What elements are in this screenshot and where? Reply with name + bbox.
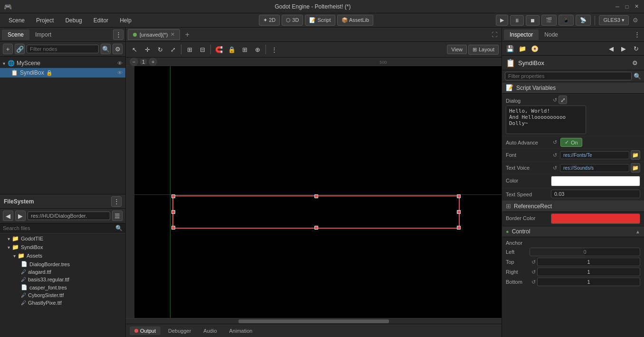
scene-options-button[interactable]: ⋮ bbox=[113, 29, 123, 40]
link-node-button[interactable]: 🔗 bbox=[15, 44, 25, 54]
inspector-back-button[interactable]: ◀ bbox=[606, 43, 616, 54]
more-tools-button[interactable]: ⋮ bbox=[268, 44, 280, 55]
filter-search-button[interactable]: 🔍 bbox=[101, 44, 111, 54]
tab-debugger[interactable]: Debugger bbox=[163, 327, 196, 335]
ungroup-button[interactable]: ⊟ bbox=[197, 44, 208, 55]
color-swatch[interactable] bbox=[551, 176, 640, 186]
font-resource-value[interactable]: res://Fonts/Te bbox=[560, 151, 629, 159]
scene-extra-button[interactable]: ⚙ bbox=[113, 44, 123, 54]
fs-item-cyborg[interactable]: 🖋 CyborgSister.ttf bbox=[0, 291, 125, 299]
add-tab-button[interactable]: + bbox=[182, 29, 192, 40]
inspector-folder-button[interactable]: 📁 bbox=[517, 43, 528, 54]
canvas-viewport[interactable] bbox=[134, 66, 502, 318]
tab-inspector[interactable]: Inspector bbox=[504, 29, 539, 40]
zoom-level[interactable]: 1 bbox=[140, 59, 147, 65]
text-voice-reset[interactable]: ↺ bbox=[551, 164, 559, 172]
text-speed-input[interactable] bbox=[551, 190, 640, 198]
search-files-input[interactable] bbox=[3, 225, 114, 231]
tab-animation[interactable]: Animation bbox=[225, 327, 257, 335]
text-voice-folder[interactable]: 📁 bbox=[631, 163, 640, 173]
fs-back-button[interactable]: ◀ bbox=[3, 211, 13, 221]
handle-tl[interactable] bbox=[171, 194, 175, 198]
fullscreen-button[interactable]: ⛶ bbox=[489, 29, 500, 40]
filter-nodes-input[interactable] bbox=[27, 45, 99, 53]
fs-item-alagard[interactable]: 🖋 alagard.ttf bbox=[0, 268, 125, 276]
mode-3d-button[interactable]: ⬡ 3D bbox=[282, 15, 303, 26]
script-variables-header[interactable]: 📝 Script Variables bbox=[502, 82, 644, 94]
select-tool-button[interactable]: ↖ bbox=[129, 44, 140, 55]
filter-properties-input[interactable] bbox=[505, 72, 632, 80]
menu-project[interactable]: Project bbox=[31, 15, 58, 26]
handle-tm[interactable] bbox=[314, 194, 318, 198]
close-button[interactable]: ✕ bbox=[633, 3, 640, 10]
handle-tr[interactable] bbox=[457, 194, 461, 198]
anchor-bottom-reset[interactable]: ↺ bbox=[530, 278, 537, 286]
handle-bm[interactable] bbox=[314, 226, 318, 230]
fs-item-ghastly[interactable]: 🖋 GhastlyPixe.ttf bbox=[0, 299, 125, 307]
rotate-tool-button[interactable]: ↻ bbox=[154, 44, 166, 55]
group-button[interactable]: ⊞ bbox=[184, 44, 195, 55]
zoom-in-button[interactable]: + bbox=[149, 58, 157, 66]
font-folder-button[interactable]: 📁 bbox=[631, 150, 640, 160]
visibility-icon[interactable]: 👁 bbox=[117, 60, 123, 66]
border-color-swatch[interactable] bbox=[551, 213, 640, 224]
reference-rect-header[interactable]: ⊞ ReferenceRect bbox=[502, 201, 644, 212]
move-tool-button[interactable]: ✛ bbox=[142, 44, 153, 55]
tab-scene[interactable]: Scene bbox=[2, 29, 29, 40]
fs-item-casper[interactable]: 📄 casper_font.tres bbox=[0, 283, 125, 291]
anchor-top-reset[interactable]: ↺ bbox=[530, 258, 537, 266]
anchor-right-reset[interactable]: ↺ bbox=[530, 268, 537, 276]
mode-script-button[interactable]: 📝 Script bbox=[305, 15, 335, 26]
menu-help[interactable]: Help bbox=[115, 15, 136, 26]
tab-output[interactable]: Output bbox=[130, 327, 161, 335]
tab-audio[interactable]: Audio bbox=[199, 327, 221, 335]
auto-advance-checkbox[interactable]: ✓ On bbox=[560, 138, 582, 147]
grid-button[interactable]: ⊞ bbox=[239, 44, 250, 55]
fs-item-basis[interactable]: 🖋 basis33.regular.ttf bbox=[0, 276, 125, 283]
scrollbar-thumb[interactable] bbox=[238, 319, 388, 323]
anchor-right-value[interactable]: 1 bbox=[537, 268, 640, 276]
selection-box[interactable] bbox=[172, 195, 460, 229]
play-button[interactable]: ▶ bbox=[496, 15, 508, 26]
inspector-save-button[interactable]: 💾 bbox=[505, 43, 515, 54]
remote-button[interactable]: 📡 bbox=[576, 15, 591, 26]
auto-advance-reset[interactable]: ↺ bbox=[551, 139, 559, 146]
tab-node[interactable]: Node bbox=[539, 29, 564, 40]
settings-button[interactable]: ⚙ bbox=[631, 17, 640, 24]
snap-button[interactable]: 🧲 bbox=[213, 44, 225, 55]
menu-debug[interactable]: Debug bbox=[60, 15, 86, 26]
mode-2d-button[interactable]: ✦ 2D bbox=[259, 15, 280, 26]
fs-item-assets[interactable]: ▾ 📁 Assets bbox=[0, 251, 125, 260]
tree-item-myscene[interactable]: ▾ 🌐 MyScene 👁 bbox=[0, 58, 125, 68]
inspector-node-settings[interactable]: ⚙ bbox=[630, 58, 640, 68]
layout-button[interactable]: ⊞ Layout bbox=[468, 45, 499, 55]
handle-mr[interactable] bbox=[457, 210, 461, 214]
inspector-forward-button[interactable]: ▶ bbox=[618, 43, 629, 54]
anchor-left-value[interactable]: 0 bbox=[530, 248, 640, 256]
menu-scene[interactable]: Scene bbox=[4, 15, 29, 26]
view-button[interactable]: View bbox=[447, 45, 467, 54]
fs-forward-button[interactable]: ▶ bbox=[15, 211, 26, 221]
font-reset[interactable]: ↺ bbox=[551, 151, 559, 159]
fs-view-button[interactable]: ☰ bbox=[112, 211, 123, 221]
pivot-button[interactable]: ⊕ bbox=[252, 44, 263, 55]
handle-bl[interactable] bbox=[171, 226, 175, 230]
syndibox-eye-icon[interactable]: 👁 bbox=[117, 70, 123, 76]
lock-icon[interactable]: 🔒 bbox=[46, 70, 53, 76]
movie-button[interactable]: 🎬 bbox=[541, 15, 557, 26]
control-section-header[interactable]: ● Control ▲ bbox=[502, 226, 644, 237]
anchor-top-value[interactable]: 1 bbox=[537, 258, 640, 266]
inspector-disk-button[interactable]: 📀 bbox=[530, 43, 540, 54]
canvas-scrollbar[interactable] bbox=[126, 318, 502, 324]
inspector-options-button[interactable]: ⋮ bbox=[632, 29, 642, 40]
editor-tab-unsaved[interactable]: [unsaved](*) ✕ bbox=[128, 29, 180, 40]
pause-button[interactable]: ⏸ bbox=[510, 15, 524, 26]
dialog-expand-button[interactable]: ⤢ bbox=[559, 96, 567, 104]
tree-item-syndibox[interactable]: 📋 SyndiBox 🔒 👁 bbox=[0, 68, 125, 77]
add-node-button[interactable]: + bbox=[3, 44, 13, 54]
handle-br[interactable] bbox=[457, 226, 461, 230]
remote-deploy-button[interactable]: 📱 bbox=[559, 15, 574, 26]
menu-editor[interactable]: Editor bbox=[89, 15, 113, 26]
dialog-reset-button[interactable]: ↺ bbox=[551, 96, 559, 104]
fs-item-dialogborder[interactable]: 📄 DialogBorder.tres bbox=[0, 260, 125, 268]
